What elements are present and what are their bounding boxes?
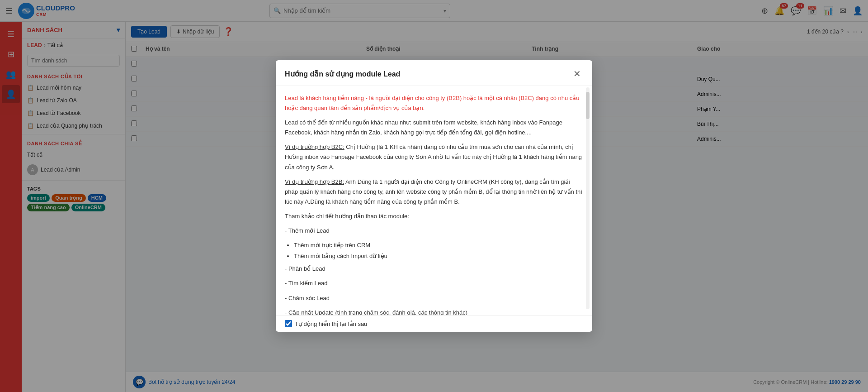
modal-b2b-paragraph: Ví dụ trường hợp B2B: Anh Dũng là 1 ngườ…: [285, 177, 583, 207]
modal-reference-intro: Tham khảo chi tiết hướng dẫn thao tác mo…: [285, 211, 583, 221]
modal-dialog: Hướng dẫn sử dụng module Lead ✕ Lead là …: [276, 60, 592, 332]
modal-body: Lead là khách hàng tiềm năng - là người …: [276, 86, 592, 315]
auto-show-checkbox[interactable]: [285, 320, 292, 327]
auto-show-label[interactable]: Tự động hiển thị lại lần sau: [285, 320, 367, 327]
modal-section-care: - Chăm sóc Lead: [285, 293, 583, 303]
modal-b2c-paragraph: Ví dụ trường hợp B2C: Chị Hường (là 1 KH…: [285, 142, 583, 172]
modal-section-distribute: - Phân bổ Lead: [285, 264, 583, 274]
modal-footer: Tự động hiển thị lại lần sau: [276, 315, 592, 332]
auto-show-text: Tự động hiển thị lại lần sau: [295, 320, 367, 327]
modal-title: Hướng dẫn sử dụng module Lead: [285, 70, 400, 78]
modal-intro-highlight: Lead là khách hàng tiềm năng - là người …: [285, 93, 583, 113]
modal-close-button[interactable]: ✕: [571, 67, 583, 80]
modal-b2c-label: Ví dụ trường hợp B2C:: [285, 143, 344, 150]
modal-sources-text: Lead có thể đến từ nhiều nguồn khác nhau…: [285, 118, 583, 138]
modal-overlay[interactable]: Hướng dẫn sử dụng module Lead ✕ Lead là …: [0, 0, 868, 392]
scrollbar-thumb[interactable]: [586, 92, 590, 119]
modal-b2b-label: Ví dụ trường hợp B2B:: [285, 178, 344, 185]
modal-add-item-1: Thêm mới trực tiếp trên CRM: [294, 240, 583, 250]
modal-header: Hướng dẫn sử dụng module Lead ✕: [276, 60, 592, 86]
modal-section-add: - Thêm mới Lead: [285, 226, 583, 236]
modal-add-item-2: Thêm mới bằng cách Import dữ liệu: [294, 251, 583, 261]
modal-add-list: Thêm mới trực tiếp trên CRM Thêm mới bằn…: [294, 240, 583, 261]
modal-section-search: - Tìm kiếm Lead: [285, 278, 583, 288]
modal-section-update: - Cập nhật Update (tình trạng chăm sóc, …: [285, 308, 583, 315]
